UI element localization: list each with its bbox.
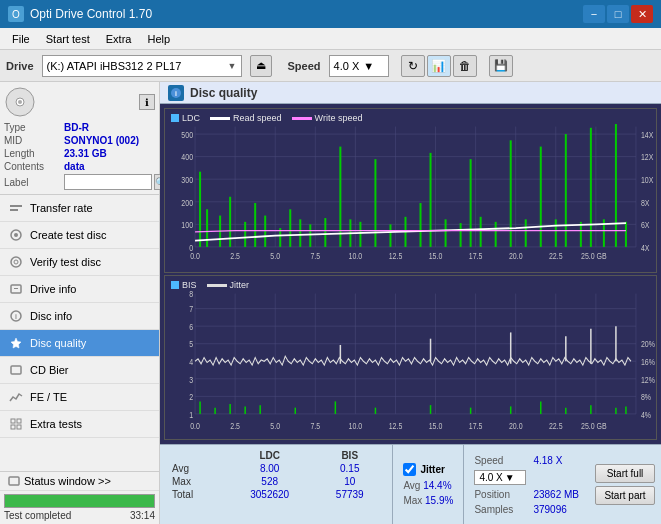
svg-text:4X: 4X <box>641 243 650 253</box>
svg-text:8X: 8X <box>641 198 650 208</box>
speed-selector[interactable]: 4.0 X ▼ <box>329 55 389 77</box>
svg-text:200: 200 <box>181 198 193 208</box>
minimize-button[interactable]: − <box>583 5 605 23</box>
jitter-max-label: Max <box>403 495 425 506</box>
stats-max-bis: 10 <box>315 475 384 488</box>
label-input[interactable] <box>64 174 152 190</box>
nav-transfer-rate-label: Transfer rate <box>30 202 93 214</box>
menu-start-test[interactable]: Start test <box>38 31 98 47</box>
stats-total-ldc: 3052620 <box>224 488 315 501</box>
jitter-avg-label: Avg <box>403 480 423 491</box>
nav-fe-te-label: FE / TE <box>30 391 67 403</box>
status-window-button[interactable]: Status window >> <box>0 472 159 491</box>
progress-bar-inner <box>5 495 154 507</box>
drive-selector[interactable]: (K:) ATAPI iHBS312 2 PL17 ▼ <box>42 55 242 77</box>
read-speed-legend-label: Read speed <box>233 113 282 123</box>
progress-status: Test completed <box>4 510 71 521</box>
svg-text:22.5: 22.5 <box>549 252 563 262</box>
bis-legend-label: BIS <box>182 280 197 290</box>
svg-text:100: 100 <box>181 220 193 230</box>
maximize-button[interactable]: □ <box>607 5 629 23</box>
nav-drive-info[interactable]: Drive info <box>0 276 159 303</box>
stats-max-ldc: 528 <box>224 475 315 488</box>
refresh-button[interactable]: ↻ <box>401 55 425 77</box>
menu-file[interactable]: File <box>4 31 38 47</box>
svg-text:12.5: 12.5 <box>389 252 403 262</box>
start-part-button[interactable]: Start part <box>595 486 655 505</box>
stats-bar: LDC BIS Avg 8.00 0.15 Max 528 10 Total <box>160 444 661 524</box>
jitter-legend: Jitter <box>207 280 250 290</box>
chart-button[interactable]: 📊 <box>427 55 451 77</box>
menu-extra[interactable]: Extra <box>98 31 140 47</box>
toolbar-buttons: ↻ 📊 🗑 <box>401 55 477 77</box>
svg-text:17.5: 17.5 <box>469 252 483 262</box>
speed-select-dropdown[interactable]: 4.0 X ▼ <box>474 470 526 485</box>
start-full-button[interactable]: Start full <box>595 464 655 483</box>
nav-disc-info[interactable]: i Disc info <box>0 303 159 330</box>
nav-cd-bier[interactable]: CD Bier <box>0 357 159 384</box>
disc-info-icon-btn[interactable]: ℹ <box>139 94 155 110</box>
nav-disc-quality[interactable]: Disc quality <box>0 330 159 357</box>
svg-text:5.0: 5.0 <box>270 421 280 431</box>
nav-transfer-rate[interactable]: Transfer rate <box>0 195 159 222</box>
svg-text:16%: 16% <box>641 357 655 367</box>
nav-verify-test-disc[interactable]: Verify test disc <box>0 249 159 276</box>
type-value: BD-R <box>64 122 89 133</box>
stats-ldc-header: LDC <box>224 449 315 462</box>
erase-button[interactable]: 🗑 <box>453 55 477 77</box>
svg-text:12X: 12X <box>641 153 654 163</box>
svg-text:i: i <box>175 90 177 97</box>
mid-label: MID <box>4 135 64 146</box>
svg-text:3: 3 <box>189 375 193 385</box>
sidebar: ℹ Type BD-R MID SONYNO1 (002) Length 23.… <box>0 82 160 524</box>
disc-info-icon: i <box>8 308 24 324</box>
drive-eject-button[interactable]: ⏏ <box>250 55 272 77</box>
menu-help[interactable]: Help <box>139 31 178 47</box>
action-buttons: Start full Start part <box>589 445 661 524</box>
speed-label: Speed <box>288 60 321 72</box>
drive-info-icon <box>8 281 24 297</box>
svg-point-8 <box>14 260 18 264</box>
jitter-checkbox[interactable] <box>403 463 416 476</box>
svg-text:500: 500 <box>181 130 193 140</box>
samples-value: 379096 <box>533 504 566 515</box>
read-speed-legend: Read speed <box>210 113 282 123</box>
nav-verify-test-disc-label: Verify test disc <box>30 256 101 268</box>
extra-tests-icon <box>8 416 24 432</box>
disc-quality-header: i Disc quality <box>160 82 661 104</box>
speed-select-arrow: ▼ <box>505 472 515 483</box>
disc-info-header: ℹ <box>4 86 155 118</box>
verify-test-disc-icon <box>8 254 24 270</box>
svg-rect-19 <box>9 477 19 485</box>
svg-point-7 <box>11 257 21 267</box>
nav-create-test-disc[interactable]: Create test disc <box>0 222 159 249</box>
speed-dropdown-arrow: ▼ <box>363 60 374 72</box>
main-layout: ℹ Type BD-R MID SONYNO1 (002) Length 23.… <box>0 82 661 524</box>
ldc-legend-label: LDC <box>182 113 200 123</box>
close-button[interactable]: ✕ <box>631 5 653 23</box>
position-label: Position <box>474 489 529 500</box>
samples-row: Samples 379096 <box>474 504 579 515</box>
svg-text:2: 2 <box>189 392 193 402</box>
svg-text:4: 4 <box>189 357 193 367</box>
nav-fe-te[interactable]: FE / TE <box>0 384 159 411</box>
disc-quality-icon <box>8 335 24 351</box>
create-test-disc-icon <box>8 227 24 243</box>
svg-rect-4 <box>10 209 18 211</box>
menu-bar: File Start test Extra Help <box>0 28 661 50</box>
disc-mid-row: MID SONYNO1 (002) <box>4 135 155 146</box>
svg-rect-15 <box>11 419 15 423</box>
jitter-checkbox-row: Jitter <box>403 463 453 476</box>
svg-text:7.5: 7.5 <box>310 421 320 431</box>
save-button[interactable]: 💾 <box>489 55 513 77</box>
jitter-max-row: Max 15.9% <box>403 495 453 506</box>
nav-drive-info-label: Drive info <box>30 283 76 295</box>
progress-text: Test completed 33:14 <box>4 510 155 521</box>
nav-cd-bier-label: CD Bier <box>30 364 69 376</box>
length-value: 23.31 GB <box>64 148 107 159</box>
nav-extra-tests[interactable]: Extra tests <box>0 411 159 438</box>
status-section: Status window >> Test completed 33:14 <box>0 471 159 524</box>
nav-extra-tests-label: Extra tests <box>30 418 82 430</box>
svg-rect-14 <box>11 366 21 374</box>
svg-text:5: 5 <box>189 340 193 350</box>
